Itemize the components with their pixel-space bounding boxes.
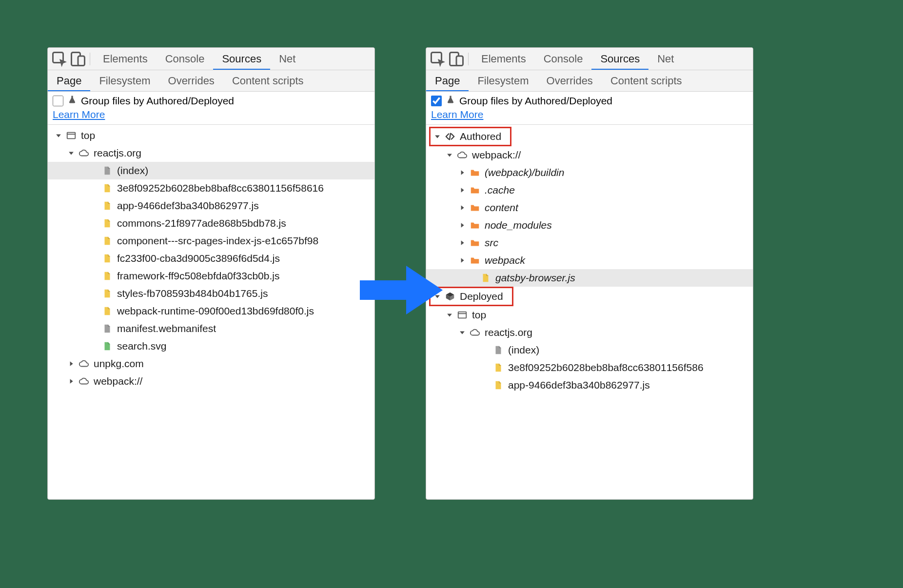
inspect-icon[interactable]	[51, 50, 68, 68]
disclosure-triangle-icon	[91, 184, 98, 192]
tab-network[interactable]: Net	[648, 48, 683, 70]
tree-row-label: top	[81, 130, 95, 141]
devtools-topbar: Elements Console Sources Net	[426, 48, 753, 70]
disclosure-triangle-icon[interactable]	[446, 151, 453, 159]
disclosure-triangle-icon[interactable]	[67, 360, 75, 368]
device-toggle-icon[interactable]	[448, 50, 465, 68]
groupby-checkbox[interactable]	[53, 96, 63, 106]
tab-sources[interactable]: Sources	[213, 48, 270, 70]
tree-row-label: commons-21f8977ade868b5bdb78.js	[117, 217, 286, 229]
tree-row[interactable]: Deployed	[431, 288, 503, 305]
tree-row[interactable]: src	[426, 234, 753, 252]
tree-row[interactable]: 3e8f09252b6028beb8baf8cc63801156f586	[426, 359, 753, 376]
sources-subtabs: Page Filesystem Overrides Content script…	[426, 70, 753, 92]
disclosure-triangle-icon[interactable]	[458, 204, 466, 212]
disclosure-triangle-icon	[91, 272, 98, 280]
tree-row[interactable]: top	[426, 306, 753, 324]
tree-row[interactable]: .cache	[426, 181, 753, 199]
tree-row[interactable]: manifest.webmanifest	[48, 320, 374, 337]
tree-row[interactable]: node_modules	[426, 216, 753, 234]
tab-console[interactable]: Console	[535, 48, 592, 70]
tree-row[interactable]: webpack://	[48, 372, 374, 390]
tree-row[interactable]: reactjs.org	[426, 324, 753, 341]
tree-row[interactable]: framework-ff9c508ebfda0f33cb0b.js	[48, 267, 374, 285]
devtools-panel-before: Elements Console Sources Net Page Filesy…	[47, 47, 375, 500]
tree-row[interactable]: content	[426, 199, 753, 216]
tree-row[interactable]: search.svg	[48, 337, 374, 355]
file-yellow-icon	[101, 271, 113, 281]
tree-row[interactable]: (webpack)/buildin	[426, 164, 753, 181]
groupby-bar: Group files by Authored/Deployed Learn M…	[426, 92, 753, 125]
disclosure-triangle-icon	[91, 255, 98, 262]
tree-row[interactable]: unpkg.com	[48, 355, 374, 372]
tab-sources[interactable]: Sources	[591, 48, 648, 70]
device-toggle-icon[interactable]	[69, 50, 87, 68]
file-gray-icon	[101, 165, 113, 176]
tree-row[interactable]: webpack	[426, 252, 753, 269]
tab-elements[interactable]: Elements	[472, 48, 535, 70]
tree-row[interactable]: gatsby-browser.js	[426, 269, 753, 287]
file-yellow-icon	[492, 380, 504, 391]
disclosure-triangle-icon[interactable]	[446, 311, 453, 319]
tree-row-label: framework-ff9c508ebfda0f33cb0b.js	[117, 270, 279, 282]
tab-console[interactable]: Console	[157, 48, 214, 70]
devtools-panel-after: Elements Console Sources Net Page Filesy…	[426, 47, 753, 500]
tree-row[interactable]: Authored	[431, 128, 501, 145]
subtab-contentscripts[interactable]: Content scripts	[602, 70, 691, 92]
groupby-checkbox[interactable]	[431, 96, 442, 106]
subtab-contentscripts[interactable]: Content scripts	[223, 70, 313, 92]
folder-orange-icon	[469, 185, 481, 196]
cloud-icon	[456, 150, 468, 160]
cloud-icon	[78, 148, 90, 158]
disclosure-triangle-icon[interactable]	[67, 377, 75, 385]
disclosure-triangle-icon[interactable]	[458, 329, 466, 336]
tree-row[interactable]: app-9466def3ba340b862977.js	[48, 197, 374, 215]
groupby-bar: Group files by Authored/Deployed Learn M…	[48, 92, 374, 125]
devtools-topbar: Elements Console Sources Net	[48, 48, 374, 70]
learn-more-link[interactable]: Learn More	[53, 109, 370, 120]
tab-network[interactable]: Net	[270, 48, 304, 70]
tree-row[interactable]: fc233f00-cba3d9005c3896f6d5d4.js	[48, 250, 374, 267]
tree-row[interactable]: reactjs.org	[48, 144, 374, 162]
groupby-label: Group files by Authored/Deployed	[459, 95, 612, 107]
file-yellow-icon	[480, 273, 491, 283]
file-yellow-icon	[492, 362, 504, 373]
tree-row[interactable]: (index)	[426, 341, 753, 359]
learn-more-link[interactable]: Learn More	[431, 109, 748, 120]
disclosure-triangle-icon[interactable]	[433, 133, 441, 140]
tree-row[interactable]: top	[48, 127, 374, 144]
tree-row-label: reactjs.org	[485, 327, 532, 338]
tree-row[interactable]: app-9466def3ba340b862977.js	[426, 376, 753, 394]
disclosure-triangle-icon[interactable]	[458, 239, 466, 247]
disclosure-triangle-icon[interactable]	[67, 149, 75, 157]
subtab-overrides[interactable]: Overrides	[159, 70, 223, 92]
disclosure-triangle-icon[interactable]	[458, 221, 466, 229]
tree-row[interactable]: webpack://	[426, 146, 753, 164]
tree-row-label: .cache	[485, 184, 515, 196]
tree-row[interactable]: commons-21f8977ade868b5bdb78.js	[48, 215, 374, 232]
subtab-filesystem[interactable]: Filesystem	[469, 70, 537, 92]
disclosure-triangle-icon[interactable]	[458, 186, 466, 194]
tree-row[interactable]: (index)	[48, 162, 374, 179]
disclosure-triangle-icon[interactable]	[458, 256, 466, 264]
tree-row[interactable]: 3e8f09252b6028beb8baf8cc63801156f58616	[48, 179, 374, 197]
tree-row-label: search.svg	[117, 340, 167, 352]
subtab-overrides[interactable]: Overrides	[538, 70, 602, 92]
tree-row[interactable]: styles-fb708593b484b04b1765.js	[48, 285, 374, 302]
tree-row-label: (index)	[117, 165, 148, 176]
disclosure-triangle-icon[interactable]	[458, 169, 466, 176]
tree-row[interactable]: component---src-pages-index-js-e1c657bf9…	[48, 232, 374, 250]
disclosure-triangle-icon[interactable]	[55, 132, 62, 139]
tree-row-label: content	[485, 202, 518, 214]
disclosure-triangle-icon[interactable]	[433, 293, 441, 300]
subtab-page[interactable]: Page	[48, 70, 90, 92]
tab-elements[interactable]: Elements	[94, 48, 157, 70]
tree-row-label: node_modules	[485, 219, 552, 231]
tree-row[interactable]: webpack-runtime-090f00ed13bd69fd80f0.js	[48, 302, 374, 320]
subtab-filesystem[interactable]: Filesystem	[90, 70, 159, 92]
subtab-page[interactable]: Page	[426, 70, 469, 92]
file-yellow-icon	[101, 200, 113, 211]
inspect-icon[interactable]	[429, 50, 447, 68]
tree-row-label: Deployed	[460, 291, 503, 302]
folder-orange-icon	[469, 202, 481, 213]
